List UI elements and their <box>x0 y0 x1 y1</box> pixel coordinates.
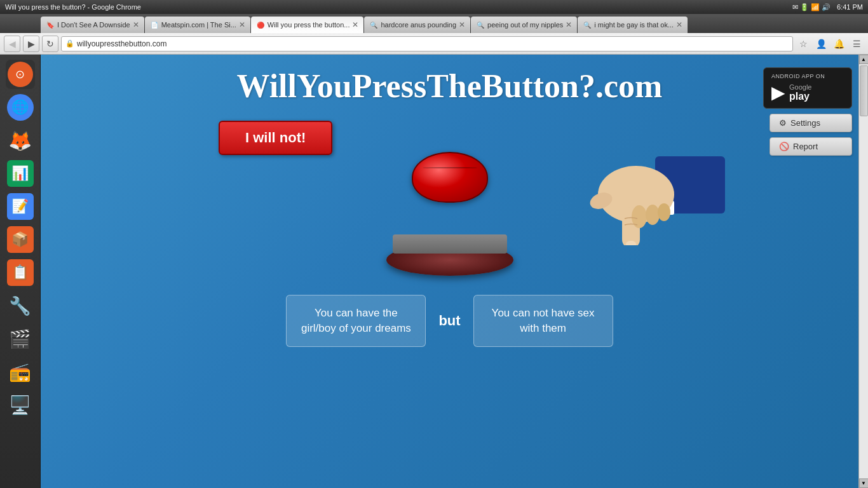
button-pedestal <box>393 234 507 254</box>
back-button[interactable]: ◀ <box>4 36 20 52</box>
google-play-brand: Google play <box>789 83 811 102</box>
presentation-icon: 📋 <box>11 264 29 281</box>
google-play-badge[interactable]: ANDROID APP ON ▶ Google play <box>763 67 852 109</box>
site-title: WillYouPressTheButton?.com <box>237 67 663 105</box>
sidebar-icon-document[interactable]: 📝 <box>6 192 35 221</box>
but-label: but <box>438 313 460 329</box>
hand-container <box>528 118 719 245</box>
condition-left-box: You can have the girl/boy of your dreams <box>286 295 426 347</box>
report-label: Report <box>793 142 818 151</box>
address-icon: 🔒 <box>65 39 74 48</box>
google-play-small: Google <box>789 83 811 91</box>
refresh-button[interactable]: ↻ <box>42 36 58 52</box>
tools-icon: 🔧 <box>9 295 31 316</box>
big-button-container <box>386 193 513 276</box>
scrollbar-up[interactable]: ▲ <box>859 55 869 64</box>
system-tray: ✉ 🔋 📶 🔊 <box>792 3 831 11</box>
hand-svg <box>528 118 731 245</box>
finger3 <box>646 205 660 225</box>
condition-right-box: You can not have sex with them <box>473 295 613 347</box>
nav-bar: ◀ ▶ ↻ 🔒 willyoupressthebutton.com ☆ 👤 🔔 … <box>0 33 868 55</box>
google-play-big: play <box>789 91 811 102</box>
sidebar-icon-media[interactable]: 📻 <box>6 357 35 386</box>
sidebar-icon-chrome[interactable]: 🌐 <box>6 93 35 122</box>
tab-label-5: peeing out of my nipples <box>487 21 563 29</box>
google-play-icon: ▶ <box>771 82 785 103</box>
tab-peeing[interactable]: 🔍 peeing out of my nipples ✕ <box>471 17 577 33</box>
firefox-icon: 🦊 <box>8 130 32 152</box>
button-base <box>386 244 513 276</box>
sidebar-icon-ubuntu[interactable]: ⊙ <box>6 60 35 89</box>
sidebar-icon-display[interactable]: 🖥️ <box>6 390 35 419</box>
tab-close-6[interactable]: ✕ <box>674 20 682 29</box>
url-display: willyoupressthebutton.com <box>77 39 166 48</box>
tab-close-2[interactable]: ✕ <box>236 20 245 29</box>
sidebar-icon-tools[interactable]: 🔧 <box>6 291 35 320</box>
tab-label-4: hardcore anus pounding <box>381 21 456 29</box>
tab-hardcore[interactable]: 🔍 hardcore anus pounding ✕ <box>364 17 470 33</box>
tab-close-4[interactable]: ✕ <box>456 20 465 29</box>
spreadsheet-icon: 📊 <box>11 165 29 182</box>
document-icon: 📝 <box>11 198 29 215</box>
browser-body: ⊙ 🌐 🦊 📊 📝 📦 📋 <box>0 55 868 488</box>
sidebar-icon-video[interactable]: 🎬 <box>6 324 35 353</box>
content-area: WillYouPressTheButton?.com I will not! <box>41 55 858 488</box>
sidebar-icon-archive[interactable]: 📦 <box>6 225 35 254</box>
sidebar: ⊙ 🌐 🦊 📊 📝 📦 📋 <box>0 55 41 488</box>
tab-favicon-1: 🔖 <box>46 20 55 29</box>
tab-meatspin[interactable]: 📄 Meatspin.com | The Si... ✕ <box>145 17 250 33</box>
notifications-button[interactable]: 🔔 <box>831 36 846 51</box>
scrollbar-down[interactable]: ▼ <box>859 478 869 488</box>
address-bar[interactable]: 🔒 willyoupressthebutton.com <box>61 36 793 51</box>
bottom-text-area: You can have the girl/boy of your dreams… <box>286 295 613 347</box>
sidebar-icon-spreadsheet[interactable]: 📊 <box>6 159 35 188</box>
media-icon: 📻 <box>9 362 31 383</box>
tab-favicon-5: 🔍 <box>476 20 485 29</box>
will-not-area: I will not! <box>41 114 858 155</box>
side-panel: ANDROID APP ON ▶ Google play ⚙ Settings … <box>763 67 852 156</box>
ubuntu-logo: ⊙ <box>15 67 25 81</box>
display-icon: 🖥️ <box>9 395 31 416</box>
report-button[interactable]: 🚫 Report <box>770 137 852 156</box>
tab-close-3[interactable]: ✕ <box>349 20 358 29</box>
button-top-line <box>423 167 477 168</box>
finger2 <box>632 205 647 228</box>
google-play-content: ▶ Google play <box>771 82 811 103</box>
settings-icon: ⚙ <box>779 118 787 128</box>
tab-bar: 🔖 I Don't See A Downside ✕ 📄 Meatspin.co… <box>0 14 868 33</box>
button-cap[interactable] <box>412 152 488 203</box>
user-button[interactable]: 👤 <box>813 36 829 51</box>
tab-favicon-2: 📄 <box>150 20 159 29</box>
tab-label-2: Meatspin.com | The Si... <box>161 21 236 29</box>
bookmark-button[interactable]: ☆ <box>796 36 811 51</box>
tab-label-6: i might be gay is that ok... <box>594 21 674 29</box>
tab-favicon-3: 🔴 <box>256 20 265 29</box>
settings-button[interactable]: ⚙ Settings <box>770 114 852 132</box>
sidebar-icon-presentation[interactable]: 📋 <box>6 258 35 287</box>
scrollbar-track[interactable] <box>859 64 868 478</box>
scrollbar-thumb[interactable] <box>860 65 868 116</box>
tab-close-5[interactable]: ✕ <box>563 20 572 29</box>
tab-idontsee[interactable]: 🔖 I Don't See A Downside ✕ <box>41 17 144 33</box>
tab-gay[interactable]: 🔍 i might be gay is that ok... ✕ <box>578 17 688 33</box>
sidebar-icon-firefox[interactable]: 🦊 <box>6 126 35 155</box>
menu-button[interactable]: ☰ <box>849 36 864 51</box>
scrollbar: ▲ ▼ <box>858 55 868 488</box>
google-play-top-text: ANDROID APP ON <box>771 73 825 79</box>
will-not-button[interactable]: I will not! <box>219 121 332 155</box>
window-title: Will you press the button? - Google Chro… <box>5 3 141 11</box>
forward-button[interactable]: ▶ <box>23 36 39 52</box>
tab-favicon-6: 🔍 <box>583 20 592 29</box>
archive-icon: 📦 <box>11 231 29 248</box>
report-icon: 🚫 <box>779 142 789 151</box>
tab-label-1: I Don't See A Downside <box>57 21 130 29</box>
tab-willyoupress[interactable]: 🔴 Will you press the button... ✕ <box>251 17 364 33</box>
settings-label: Settings <box>790 118 820 128</box>
chrome-icon: 🌐 <box>11 99 29 116</box>
tab-favicon-4: 🔍 <box>369 20 378 29</box>
tab-label-3: Will you press the button... <box>268 21 350 29</box>
clock: 6:41 PM <box>837 3 863 11</box>
tab-close-1[interactable]: ✕ <box>130 20 139 29</box>
video-icon: 🎬 <box>9 329 31 349</box>
title-bar: Will you press the button? - Google Chro… <box>0 0 868 14</box>
